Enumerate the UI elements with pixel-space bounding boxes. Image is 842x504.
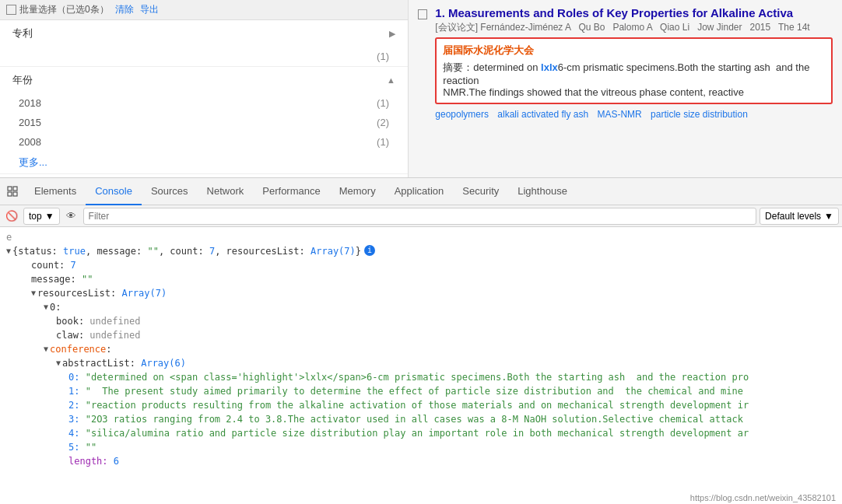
tab-security-label: Security: [462, 185, 499, 197]
results-panel: 1. Measurements and Roles of Key Propert…: [409, 0, 842, 177]
svg-rect-1: [13, 187, 17, 191]
tab-elements[interactable]: Elements: [25, 177, 86, 205]
console-prop-conference[interactable]: conference:: [0, 342, 842, 356]
year-2008-label: 2008: [19, 136, 41, 148]
abstractlist-triangle[interactable]: [56, 357, 61, 369]
context-selector[interactable]: top ▼: [23, 208, 60, 225]
tab-application-label: Application: [395, 185, 444, 197]
abstract-text: 摘要：determined on lxlx6-cm prismatic spec…: [443, 61, 825, 98]
console-abstract-0: 0: "determined on <span class='highlight…: [0, 370, 842, 384]
block-icon[interactable]: 🚫: [3, 208, 20, 225]
patent-item-count: (1): [377, 51, 389, 62]
console-abstract-3: 3: "2O3 ratios ranging from 2.4 to 3.8.T…: [0, 412, 842, 426]
year-2008-item[interactable]: 2008 (1): [0, 132, 408, 152]
year-2018-item[interactable]: 2018 (1): [0, 93, 408, 113]
result-item-1: 1. Measurements and Roles of Key Propert…: [418, 6, 833, 120]
patent-item[interactable]: (1): [0, 47, 408, 66]
console-abstract-2: 2: "reaction products resulting from the…: [0, 398, 842, 412]
year-section-title: 年份: [12, 73, 33, 87]
tab-console[interactable]: Console: [86, 177, 142, 205]
keyword-particle[interactable]: particle size distribution: [651, 109, 748, 120]
console-prop-resourceslist[interactable]: resourcesList: Array(7): [0, 286, 842, 300]
console-prop-length: length: 6: [0, 454, 842, 468]
year-2015-label: 2015: [19, 117, 41, 128]
keyword-alkali[interactable]: alkali activated fly ash: [497, 109, 588, 120]
tab-network-label: Network: [207, 185, 244, 197]
console-prop-abstractlist[interactable]: abstractList: Array(6): [0, 356, 842, 370]
tab-sources[interactable]: Sources: [142, 177, 198, 205]
tab-memory[interactable]: Memory: [330, 177, 385, 205]
filter-input[interactable]: [83, 208, 756, 225]
tab-elements-label: Elements: [34, 185, 76, 197]
keywords: geopolymers alkali activated fly ash MAS…: [435, 109, 833, 120]
tab-performance-label: Performance: [262, 185, 320, 197]
console-abstract-5: 5: "": [0, 440, 842, 454]
index0-triangle[interactable]: [44, 301, 48, 313]
console-output: e {status: true, message: "", count: 7, …: [0, 227, 842, 504]
conference-triangle[interactable]: [44, 343, 48, 355]
level-selector[interactable]: Default levels ▼: [760, 208, 839, 225]
batch-select-label: 批量选择: [19, 3, 57, 16]
console-prop-book: book: undefined: [0, 314, 842, 328]
filter-row: 批量选择 （已选0条） 清除 导出: [0, 0, 408, 20]
patent-section-title: 专利: [12, 26, 33, 40]
console-prop-count: count: 7: [0, 258, 842, 272]
year-section-header[interactable]: 年份 ▲: [0, 67, 408, 93]
result-checkbox[interactable]: [418, 9, 427, 19]
year-more-link[interactable]: 更多...: [0, 152, 408, 173]
console-abstract-4: 4: "silica/alumina ratio and particle si…: [0, 426, 842, 440]
tab-lighthouse-label: Lighthouse: [517, 185, 567, 197]
result-meta: [会议论文] Fernández-Jiménez A Qu Bo Palomo …: [435, 21, 833, 34]
console-prop-message: message: "": [0, 272, 842, 286]
patent-section-header[interactable]: 专利 ▶: [0, 20, 408, 47]
keyword-mas-nmr[interactable]: MAS-NMR: [597, 109, 641, 120]
year-2008-count: (1): [377, 136, 389, 148]
export-button[interactable]: 导出: [140, 3, 159, 16]
patent-expand-icon: ▶: [389, 29, 395, 39]
eye-icon[interactable]: 👁: [63, 208, 80, 225]
result-title[interactable]: 1. Measurements and Roles of Key Propert…: [435, 6, 833, 19]
svg-rect-3: [13, 192, 17, 196]
console-main-object[interactable]: {status: true, message: "", count: 7, re…: [0, 244, 842, 258]
year-expand-icon: ▲: [387, 75, 395, 85]
clear-button[interactable]: 清除: [115, 3, 134, 16]
year-2015-count: (2): [377, 117, 389, 128]
tab-network[interactable]: Network: [198, 177, 254, 205]
year-section: 年份 ▲ 2018 (1) 2015 (2) 2008 (1) 更多...: [0, 67, 408, 174]
selected-count: （已选0条）: [57, 3, 109, 16]
tab-memory-label: Memory: [339, 185, 376, 197]
tab-performance[interactable]: Performance: [253, 177, 329, 205]
tab-console-label: Console: [95, 185, 132, 197]
console-prop-claw: claw: undefined: [0, 328, 842, 342]
resourceslist-triangle[interactable]: [31, 287, 36, 299]
highlight-word: lxlx: [541, 61, 558, 73]
console-toolbar: 🚫 top ▼ 👁 Default levels ▼: [0, 205, 842, 227]
tab-security[interactable]: Security: [453, 177, 508, 205]
year-2018-count: (1): [377, 97, 389, 109]
result-title-text[interactable]: Measurements and Roles of Key Properties…: [448, 6, 793, 19]
devtools-tabbar: Elements Console Sources Network Perform…: [0, 177, 842, 205]
console-index-0[interactable]: 0:: [0, 300, 842, 314]
svg-rect-0: [8, 187, 12, 191]
main-object-triangle[interactable]: [6, 245, 11, 257]
level-chevron-icon: ▼: [824, 211, 833, 222]
tab-lighthouse[interactable]: Lighthouse: [508, 177, 577, 205]
conf-name: 届国际水泥化学大会: [443, 44, 825, 58]
tab-sources-label: Sources: [151, 185, 188, 197]
bottom-link: https://blog.csdn.net/weixin_43582101: [690, 493, 836, 502]
keyword-geopolymers[interactable]: geopolymers: [435, 109, 489, 120]
info-icon[interactable]: i: [364, 245, 375, 256]
level-value: Default levels: [765, 211, 821, 222]
bottom-url: https://blog.csdn.net/weixin_43582101: [690, 493, 836, 502]
tab-application[interactable]: Application: [385, 177, 454, 205]
year-2018-label: 2018: [19, 97, 41, 109]
devtools-cursor-icon[interactable]: [2, 180, 23, 202]
svg-rect-2: [8, 192, 12, 196]
console-abstract-1: 1: " The present study aimed primarily t…: [0, 384, 842, 398]
select-all-checkbox[interactable]: [6, 5, 16, 15]
context-chevron-icon: ▼: [45, 211, 54, 222]
context-value: top: [29, 211, 42, 222]
patent-section: 专利 ▶ (1): [0, 20, 408, 67]
result-highlight-box: 届国际水泥化学大会 摘要：determined on lxlx6-cm pris…: [435, 37, 833, 104]
year-2015-item[interactable]: 2015 (2): [0, 113, 408, 132]
